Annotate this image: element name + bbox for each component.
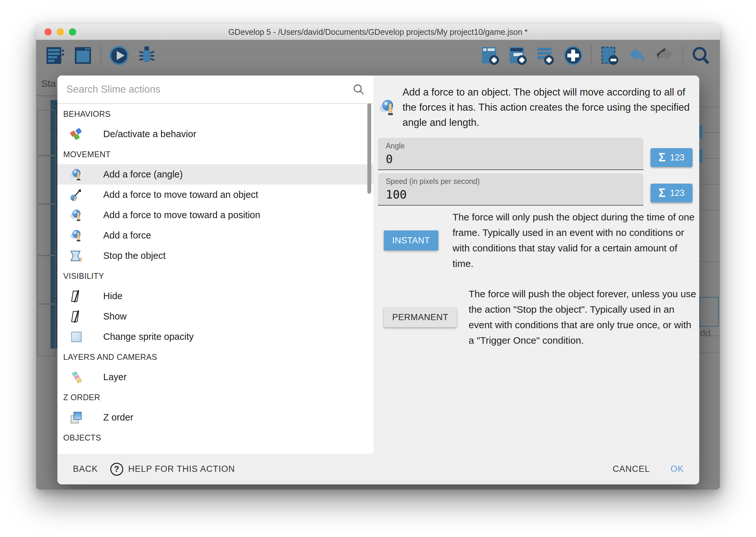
object-icon (70, 451, 83, 454)
action-chooser-dialog: BEHAVIORS De/activate a behavior MOVEMEN… (57, 75, 699, 484)
action-description-text: Add a force to an object. The object wil… (402, 85, 690, 130)
force-icon (379, 99, 397, 116)
tab-underline (36, 96, 57, 96)
instant-button[interactable]: INSTANT (384, 230, 438, 250)
actions-list-panel: BEHAVIORS De/activate a behavior MOVEMEN… (57, 75, 373, 454)
search-input[interactable] (66, 83, 352, 96)
angle-input[interactable] (386, 152, 636, 166)
list-item[interactable]: Change sprite opacity (57, 327, 373, 347)
toolbar-separator (101, 46, 101, 65)
add-subevent-icon[interactable] (508, 45, 528, 66)
angle-field-label: Angle (386, 142, 636, 150)
zoom-button[interactable] (69, 28, 76, 35)
app-window: GDevelop 5 - /Users/david/Documents/GDev… (36, 24, 720, 490)
list-item-label: Add a force (103, 230, 151, 241)
help-button[interactable]: ? HELP FOR THIS ACTION (110, 463, 235, 476)
close-button[interactable] (45, 28, 52, 35)
hide-icon (70, 289, 83, 303)
list-item-label: Hide (103, 291, 123, 302)
speed-field[interactable]: Speed (in pixels per second) (378, 173, 643, 206)
sigma-icon: Σ (659, 186, 666, 200)
play-icon[interactable] (109, 45, 129, 66)
scene-editor-icon[interactable] (73, 45, 93, 66)
list-item-label: Show (103, 311, 127, 322)
list-item-label: Add a force to move toward a position (103, 210, 260, 221)
numbers-icon: 123 (670, 153, 684, 163)
add-event-icon[interactable] (480, 45, 500, 66)
permanent-button[interactable]: PERMANENT (384, 307, 457, 327)
list-item-label: Add a force (angle) (103, 169, 183, 180)
force-icon (70, 168, 83, 181)
list-item-label: Z order (103, 412, 133, 423)
help-button-label: HELP FOR THIS ACTION (128, 464, 235, 474)
speed-expression-button[interactable]: Σ 123 (651, 184, 693, 202)
list-item[interactable]: Add a force to move toward an object (57, 185, 373, 205)
instant-description: The force will only push the object duri… (452, 209, 699, 271)
list-item[interactable]: Layer (57, 367, 373, 387)
event-outline (37, 203, 56, 256)
show-icon (70, 310, 83, 323)
project-manager-icon[interactable] (45, 45, 65, 66)
speed-field-row: Speed (in pixels per second) Σ 123 (378, 173, 699, 206)
layer-icon (70, 370, 83, 384)
list-item[interactable]: Add a force (57, 225, 373, 246)
search-toolbar-icon[interactable] (691, 45, 711, 66)
event-outline (37, 303, 56, 356)
stop-icon (70, 249, 83, 263)
ok-button[interactable]: OK (670, 464, 684, 474)
angle-field-row: Angle Σ 123 (378, 138, 699, 170)
main-toolbar (36, 40, 720, 71)
search-icon (352, 83, 365, 96)
events-sheet-left-fragment: Sta (36, 71, 57, 490)
undo-icon[interactable] (627, 45, 647, 66)
speed-input[interactable] (386, 188, 636, 201)
add-comment-icon[interactable] (535, 45, 555, 66)
list-item-label: Add a force to move toward an object (103, 189, 258, 200)
toolbar-separator (682, 46, 683, 65)
add-event-text-fragment: dd... (700, 328, 719, 339)
debug-icon[interactable] (137, 45, 157, 66)
section-header: LAYERS AND CAMERAS (57, 347, 373, 367)
list-item[interactable]: Add a force to move toward a position (57, 205, 373, 225)
list-item-label: Stop the object (103, 250, 166, 261)
behavior-icon (70, 128, 83, 141)
toolbar-separator (591, 46, 591, 65)
list-item[interactable]: Show (57, 306, 373, 327)
scene-tab-label: Sta (41, 78, 56, 89)
permanent-mode-row: PERMANENT The force will push the object… (373, 286, 699, 348)
redo-icon[interactable] (655, 45, 675, 66)
dialog-footer: BACK ? HELP FOR THIS ACTION CANCEL OK (57, 454, 699, 484)
list-item-label: De/activate a behavior (103, 129, 196, 140)
list-item[interactable]: Stop the object (57, 246, 373, 266)
force-toward-object-icon (70, 188, 83, 202)
force-icon (70, 229, 83, 242)
section-header: Z ORDER (57, 387, 373, 407)
angle-expression-button[interactable]: Σ 123 (651, 148, 693, 167)
section-header: MOVEMENT (57, 144, 373, 164)
events-sheet-right-fragment: dd... (699, 71, 720, 490)
selected-empty-event (699, 297, 719, 327)
list-item[interactable]: Z order (57, 407, 373, 428)
speed-field-label: Speed (in pixels per second) (386, 177, 636, 186)
cancel-button[interactable]: CANCEL (613, 464, 650, 474)
list-item-selected[interactable]: Add a force (angle) (57, 164, 373, 185)
list-item[interactable]: De/activate a behavior (57, 124, 373, 144)
section-header: VISIBILITY (57, 266, 373, 286)
back-button[interactable]: BACK (73, 464, 98, 474)
z-order-icon (70, 411, 83, 424)
delete-event-icon[interactable] (599, 45, 619, 66)
event-highlight-fragment (699, 125, 702, 138)
angle-field[interactable]: Angle (378, 138, 643, 170)
add-circle-icon[interactable] (563, 45, 583, 66)
minimize-button[interactable] (57, 28, 64, 35)
event-outline (37, 110, 56, 156)
action-description: Add a force to an object. The object wil… (379, 85, 690, 130)
permanent-description: The force will push the object forever, … (469, 286, 699, 348)
list-scrollbar[interactable] (367, 103, 371, 194)
event-highlight-fragment (699, 149, 702, 162)
title-bar: GDevelop 5 - /Users/david/Documents/GDev… (36, 24, 720, 40)
list-item-partial[interactable] (57, 448, 373, 454)
list-item[interactable]: Hide (57, 286, 373, 306)
app-content: Sta dd... (36, 40, 720, 490)
list-item-label: Change sprite opacity (103, 331, 194, 342)
